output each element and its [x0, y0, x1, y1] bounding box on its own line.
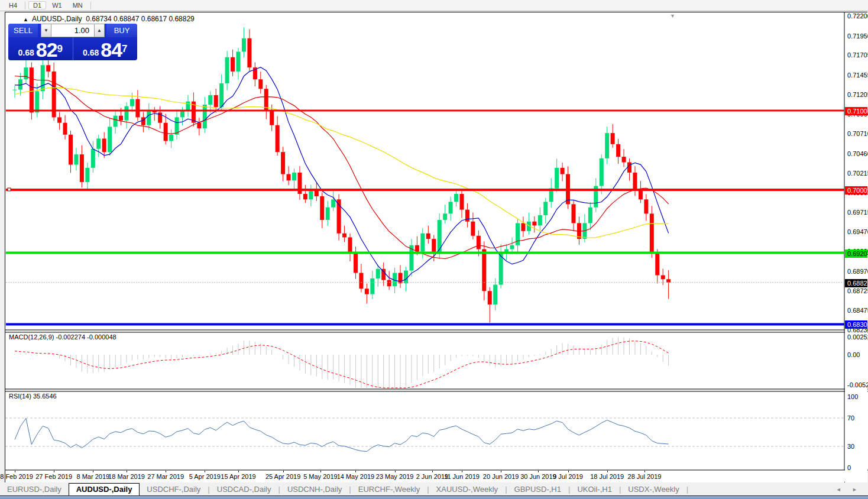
chart-background [5, 12, 844, 470]
chart-tab-ukoil-h1[interactable]: UKOil-,H1 [570, 484, 619, 495]
candle-body [532, 222, 536, 226]
date-axis-label: 9 Jul 2019 [553, 473, 583, 480]
volume-decrease-button[interactable]: ▼ [41, 24, 51, 37]
candle-body [91, 149, 95, 168]
line-anchor-handle[interactable] [8, 188, 11, 191]
price-level-badge: 0.68829 [845, 279, 867, 287]
buy-price-point: 7 [122, 37, 127, 61]
candle-body [203, 105, 207, 128]
price-chart-canvas[interactable] [5, 12, 868, 482]
date-axis-tick [238, 471, 239, 472]
chart-tab-usdcad-daily[interactable]: USDCAD-,Daily [210, 484, 278, 495]
toolbar-separator [25, 2, 25, 9]
candle-body [30, 67, 34, 112]
candle-body [454, 194, 458, 202]
candle-body [370, 278, 374, 294]
buy-button[interactable]: BUY [106, 24, 137, 37]
candle-body [180, 111, 184, 118]
sell-price-pips: 82 [36, 41, 57, 59]
pane-separator[interactable] [5, 389, 868, 391]
date-axis[interactable]: 18 Feb 201927 Feb 20198 Mar 201918 Mar 2… [5, 471, 844, 482]
date-axis-label: 28 Jul 2019 [628, 473, 662, 480]
date-axis-label: 15 Apr 2019 [221, 473, 255, 480]
candle-body [281, 152, 285, 174]
sell-price-base: 0.68 [18, 47, 34, 59]
collapse-triangle-icon[interactable]: ▲ [23, 17, 28, 22]
volume-increase-button[interactable]: ▲ [94, 24, 105, 37]
candle-body [270, 111, 274, 125]
candle-body [231, 57, 235, 72]
volume-input[interactable] [51, 24, 94, 37]
date-axis-tick [205, 471, 205, 472]
candle-body [600, 158, 604, 186]
timeframe-button-mn[interactable]: MN [68, 1, 88, 9]
candle-body [13, 90, 17, 90]
candle-body [449, 202, 453, 213]
date-axis-tick [462, 471, 462, 472]
chart-tab-eurusd-daily[interactable]: EURUSD-,Daily [0, 484, 69, 495]
chart-tab-usdcnh-daily[interactable]: USDCNH-,Daily [280, 484, 349, 495]
price-axis[interactable]: 0.722000.719500.717050.714550.712050.709… [845, 13, 867, 482]
candle-body [650, 213, 654, 253]
candle-body [627, 163, 631, 173]
date-axis-label: 27 Mar 2019 [147, 473, 184, 480]
price-level-badge: 0.68300 [845, 320, 867, 329]
toolbar-separator [90, 2, 91, 9]
chart-tab-usdchf-daily[interactable]: USDCHF-,Daily [140, 484, 208, 495]
timeframe-button-d1[interactable]: D1 [28, 1, 46, 9]
chart-tab-eurchf-weekly[interactable]: EURCHF-,Weekly [351, 484, 427, 495]
candle-body [287, 174, 291, 181]
candle-body [661, 276, 665, 280]
candle-body [242, 38, 246, 52]
date-axis-label: 20 Jun 2019 [483, 473, 519, 480]
price-axis-tick: 0.70215 [847, 170, 868, 177]
date-axis-tick [15, 471, 15, 472]
candle-body [666, 279, 671, 282]
chart-tab-usdx-weekly[interactable]: USDX-,Weekly [621, 484, 686, 495]
chart-tab-audusd-daily[interactable]: AUDUSD-,Daily [69, 483, 140, 495]
candle-body [208, 95, 212, 105]
date-axis-label: 5 Apr 2019 [189, 473, 221, 480]
date-axis-label: 2 Jun 2019 [416, 473, 448, 480]
candle-body [108, 127, 112, 152]
date-axis-label: 5 May 2019 [303, 473, 337, 480]
timeframe-button-h4[interactable]: H4 [4, 1, 22, 9]
symbol-name: AUDUSD-,Daily [32, 15, 82, 23]
pane-separator[interactable] [5, 330, 868, 332]
candle-body [130, 99, 134, 106]
candle-body [63, 123, 67, 135]
buy-price[interactable]: 0.68 84 7 [73, 37, 138, 60]
sell-button[interactable]: SELL [8, 24, 38, 37]
candle-body [538, 215, 542, 225]
candle-body [622, 157, 626, 162]
candle-body [655, 253, 659, 275]
candle-body [477, 236, 481, 250]
timeframe-button-w1[interactable]: W1 [47, 1, 67, 9]
candle-body [588, 208, 592, 223]
rsi-axis-tick: 100 [847, 393, 858, 400]
candle-body [404, 271, 408, 283]
date-axis-tick [127, 471, 127, 472]
candle-body [354, 253, 358, 273]
date-axis-tick [501, 471, 501, 472]
price-axis-tick: 0.70710 [847, 130, 868, 137]
candle-body [214, 95, 218, 107]
date-axis-label: 23 May 2019 [376, 473, 414, 480]
candle-body [80, 154, 84, 182]
one-click-trade-panel: SELL ▼ ▲ BUY 0.68 82 9 0.68 84 7 [8, 24, 137, 60]
candle-body [376, 269, 380, 278]
candle-body [276, 125, 280, 152]
price-level-badge: 0.71005 [845, 107, 867, 115]
date-axis-label: 18 Feb 2019 [0, 473, 33, 480]
date-axis-tick [644, 471, 645, 472]
date-axis-tick [395, 471, 396, 472]
candle-body [471, 222, 475, 236]
chart-shift-marker-icon[interactable]: ▼ [670, 13, 675, 19]
candle-body [521, 223, 525, 231]
sell-price[interactable]: 0.68 82 9 [8, 37, 73, 60]
tab-scroll-arrows[interactable]: ◄ ► [836, 487, 862, 495]
symbol-ohlc-values: 0.68734 0.68847 0.68617 0.68829 [86, 15, 195, 23]
chart-tab-gbpusd-h1[interactable]: GBPUSD-,H1 [507, 484, 568, 495]
chart-tab-xauusd-weekly[interactable]: XAUUSD-,Weekly [429, 484, 506, 495]
rsi-axis-tick: 0 [847, 464, 851, 471]
